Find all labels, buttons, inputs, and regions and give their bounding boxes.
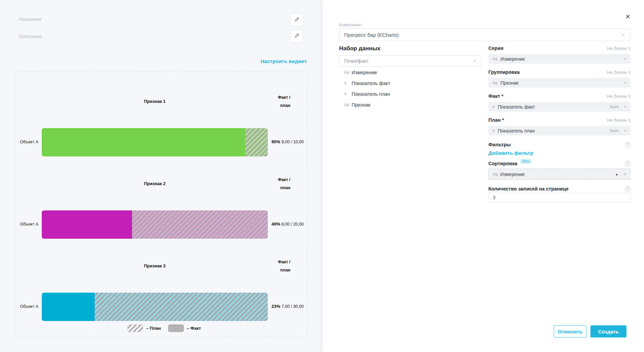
legend-fact-swatch — [168, 324, 184, 332]
pencil-icon — [294, 33, 300, 40]
slot-limit: Не более 1 — [607, 70, 631, 75]
slot-chip[interactable]: # Показатель факт Sum × — [488, 102, 631, 112]
group-title: Признак 2 — [42, 181, 268, 186]
group-title: Признак 1 — [42, 99, 268, 104]
dialog-footer: Отменить Создать — [554, 325, 626, 338]
bar-value-label: 40% 8,00 / 20,00 — [271, 222, 304, 227]
progress-bar[interactable] — [42, 128, 268, 156]
text-type-icon: Aa — [344, 102, 352, 107]
sort-ascending-icon[interactable]: ▲ — [615, 173, 618, 176]
dataset-field-priznak[interactable]: Aa Признак — [339, 99, 482, 110]
progress-bar[interactable] — [42, 293, 268, 321]
help-icon[interactable]: ? — [625, 142, 631, 148]
widget-editor-screen: Название Описание Настроить виджет Призн… — [0, 0, 644, 352]
edit-description-button[interactable] — [290, 30, 303, 42]
aggregation-label[interactable]: Sum — [610, 104, 619, 109]
text-type-icon: Aa — [492, 57, 497, 61]
dataset-heading: Набор данных — [339, 45, 482, 52]
edit-name-button[interactable] — [290, 13, 303, 26]
slot-plan: План * Не более 1 # Показатель план Sum … — [488, 117, 631, 136]
cancel-button[interactable]: Отменить — [554, 325, 586, 338]
widget-name-field[interactable]: Название — [19, 16, 41, 22]
number-type-icon: # — [492, 128, 495, 133]
fact-plan-header: план — [250, 267, 290, 273]
chart-preview: Признак 1 Факт / план Объект А 90% 9,00 … — [15, 71, 307, 337]
bar-fact-solid — [42, 210, 132, 239]
configure-widget-link[interactable]: Настроить виджет — [15, 58, 307, 64]
fact-plan-header: план — [250, 185, 290, 190]
slot-label: План * — [488, 117, 607, 123]
page-size-label: Количество записей на странице — [488, 186, 569, 192]
filters-label: Фильтры — [488, 142, 511, 147]
category-label: Объект А — [16, 222, 38, 227]
fact-plan-header: Факт / — [250, 259, 290, 265]
slot-label: Факт * — [488, 93, 607, 99]
chevron-down-icon — [621, 32, 625, 38]
bar-value-label: 23% 7,00 / 30,00 — [271, 304, 304, 309]
page-size-input[interactable] — [488, 193, 631, 202]
slot-gruppirovka: Группировка Не более 1 Aa Признак × — [488, 69, 631, 88]
help-icon[interactable]: ? — [625, 161, 631, 167]
remove-icon[interactable]: × — [624, 80, 626, 85]
sorting-label: СортировкаBeta — [488, 161, 532, 167]
slot-chip[interactable]: # Показатель план Sum × — [488, 126, 631, 136]
slot-limit: Не более 1 — [607, 46, 631, 51]
filters-section: Фильтры ? — [488, 142, 631, 148]
dataset-column: Набор данных План/факт Aa Измерение # По… — [339, 45, 482, 110]
add-filter-link[interactable]: Добавить фильтр — [488, 150, 631, 156]
dataset-field-pokazatel-plan[interactable]: # Показатель план — [339, 89, 482, 99]
dataset-field-list: Aa Измерение # Показатель факт # Показат… — [339, 67, 482, 110]
category-label: Объект А — [16, 140, 38, 144]
chart-group-3: Признак 3 Факт / план Объект А 23% 7,00 … — [16, 263, 307, 346]
sorting-chip[interactable]: Aa Измерение ▲ × — [488, 169, 631, 180]
dataset-field-pokazatel-fakt[interactable]: # Показатель факт — [339, 78, 482, 89]
slot-seriya: Серия Не более 1 Aa Измерение × — [488, 45, 631, 64]
progress-bar[interactable] — [42, 210, 268, 239]
legend-fact-label: – Факт — [187, 326, 201, 331]
slot-limit: Не более 1 — [607, 118, 631, 123]
group-title: Признак 3 — [42, 263, 268, 269]
legend-plan-swatch — [127, 324, 143, 332]
widget-preview-panel: Название Описание Настроить виджет Призн… — [0, 0, 323, 352]
text-type-icon: Aa — [493, 172, 500, 177]
dataset-select[interactable]: План/факт — [339, 55, 482, 67]
sorting-section: СортировкаBeta ? — [488, 160, 631, 167]
chart-legend: – План – Факт — [127, 324, 208, 332]
slot-fakt: Факт * Не более 1 # Показатель факт Sum … — [488, 93, 631, 112]
fact-plan-header: Факт / — [250, 95, 290, 100]
category-label: Объект А — [16, 304, 38, 309]
widget-settings-panel: ✕ Компонент Прогресс бар (ECharts) Набор… — [323, 0, 644, 352]
slot-chip[interactable]: Aa Признак × — [488, 78, 631, 88]
help-icon[interactable]: ? — [625, 186, 631, 192]
aggregation-label[interactable]: Sum — [610, 128, 619, 133]
fact-plan-header: Факт / — [250, 177, 290, 182]
legend-plan-label: – План — [146, 326, 161, 331]
widget-description-field[interactable]: Описание — [19, 33, 42, 39]
bar-value-label: 90% 9,00 / 10,00 — [271, 139, 304, 144]
chart-group-2: Признак 2 Факт / план Объект А 40% 8,00 … — [16, 181, 307, 263]
create-button[interactable]: Создать — [590, 325, 626, 338]
number-type-icon: # — [344, 92, 352, 96]
remove-icon[interactable]: × — [624, 104, 626, 109]
remove-icon[interactable]: × — [623, 172, 626, 177]
remove-icon[interactable]: × — [624, 128, 626, 133]
component-label: Компонент — [339, 22, 362, 27]
bar-fact-solid — [42, 128, 245, 156]
remove-icon[interactable]: × — [624, 56, 626, 61]
text-type-icon: Aa — [344, 70, 352, 75]
slot-label: Серия — [488, 46, 607, 51]
slot-chip[interactable]: Aa Измерение × — [488, 54, 631, 64]
bar-fact-solid — [42, 293, 95, 321]
number-type-icon: # — [344, 81, 352, 86]
pencil-icon — [294, 17, 300, 24]
dataset-field-izmerenie[interactable]: Aa Измерение — [339, 67, 482, 78]
number-type-icon: # — [492, 105, 495, 109]
chart-group-1: Признак 1 Факт / план Объект А 90% 9,00 … — [16, 99, 307, 181]
slot-limit: Не более 1 — [607, 94, 631, 99]
slot-label: Группировка — [488, 69, 607, 75]
page-size-section: Количество записей на странице ? — [488, 186, 631, 192]
beta-badge: Beta — [520, 159, 532, 164]
fact-plan-header: план — [250, 103, 290, 108]
close-icon[interactable]: ✕ — [625, 13, 631, 20]
component-select[interactable]: Прогресс бар (ECharts) — [339, 28, 631, 41]
